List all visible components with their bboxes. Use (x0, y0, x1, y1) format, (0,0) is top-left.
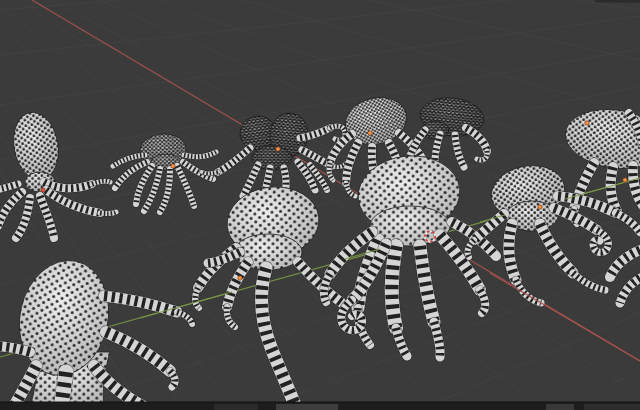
origin-dot (41, 188, 45, 192)
blender-window (0, 0, 640, 410)
bottom-bar-button[interactable] (584, 404, 640, 410)
origin-dot (623, 178, 627, 182)
bottom-bar-button[interactable] (546, 404, 574, 410)
viewport-3d[interactable] (0, 0, 640, 410)
adjacent-editor-edge (595, 0, 640, 3)
origin-dot (276, 147, 280, 151)
origin-dot (585, 121, 589, 125)
origin-dot (238, 276, 242, 280)
bottom-bar-button[interactable] (214, 404, 258, 410)
bottom-editor-bar (0, 402, 640, 410)
bottom-bar-button[interactable] (276, 404, 338, 410)
origin-dot (538, 205, 542, 209)
origin-dot (171, 164, 175, 168)
origin-dot (368, 131, 372, 135)
